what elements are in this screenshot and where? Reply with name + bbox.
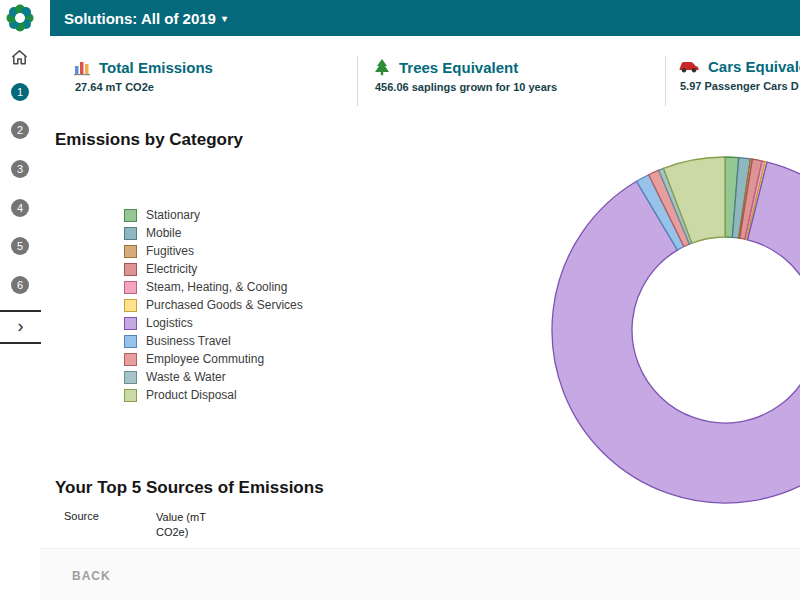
top-bar: Solutions: All of 2019 ▾ — [50, 0, 800, 36]
legend-item-stationary: Stationary — [124, 206, 303, 224]
solutions-dropdown[interactable]: Solutions: All of 2019 ▾ — [64, 10, 227, 27]
legend-swatch — [124, 227, 137, 240]
legend-item-employee-commuting: Employee Commuting — [124, 350, 303, 368]
stat-title: Trees Equivalent — [399, 59, 518, 76]
legend-item-electricity: Electricity — [124, 260, 303, 278]
app-logo-icon — [6, 4, 34, 32]
stat-value: 5.97 Passenger Cars D — [678, 80, 800, 92]
stat-card-total-emissions: Total Emissions27.64 mT CO2e — [73, 58, 213, 93]
legend-item-steam-heating-cooling: Steam, Heating, & Cooling — [124, 278, 303, 296]
legend-item-purchased-goods-services: Purchased Goods & Services — [124, 296, 303, 314]
legend-swatch — [124, 263, 137, 276]
legend-item-waste-water: Waste & Water — [124, 368, 303, 386]
tree-icon — [373, 58, 391, 76]
stats-divider — [357, 56, 358, 106]
section-title-top5-sources: Your Top 5 Sources of Emissions — [55, 478, 324, 498]
top5-table-header: SourceValue (mT CO2e) — [64, 510, 222, 540]
home-icon — [10, 48, 29, 66]
stat-card-header: Total Emissions — [73, 58, 213, 76]
app-logo[interactable] — [0, 0, 50, 36]
legend-item-mobile: Mobile — [124, 224, 303, 242]
legend-label: Electricity — [146, 262, 197, 276]
legend-label: Business Travel — [146, 334, 231, 348]
legend-label: Waste & Water — [146, 370, 226, 384]
legend-label: Logistics — [146, 316, 193, 330]
section-title-emissions-by-category: Emissions by Category — [55, 130, 243, 150]
stat-card-trees-equivalent: Trees Equivalent456.06 saplings grown fo… — [373, 58, 557, 93]
step-indicator-5[interactable]: 5 — [11, 237, 29, 255]
app-root: { "header": { "title": "Solutions: All o… — [0, 0, 800, 600]
legend-item-fugitives: Fugitives — [124, 242, 303, 260]
legend-label: Steam, Heating, & Cooling — [146, 280, 287, 294]
back-button[interactable]: BACK — [66, 568, 117, 584]
footer-bar: BACK — [40, 548, 800, 600]
stats-divider — [665, 56, 666, 106]
step-indicator-6[interactable]: 6 — [11, 276, 29, 294]
column-header-source: Source — [64, 510, 156, 540]
legend-swatch — [124, 209, 137, 222]
stats-row: Total Emissions27.64 mT CO2eTrees Equiva… — [40, 50, 800, 120]
step-indicator-3[interactable]: 3 — [11, 160, 29, 178]
legend-item-product-disposal: Product Disposal — [124, 386, 303, 404]
stat-card-cars-equivalent: Cars Equivalent5.97 Passenger Cars D — [678, 58, 800, 92]
legend-swatch — [124, 245, 137, 258]
solutions-dropdown-label: Solutions: All of 2019 — [64, 10, 216, 27]
legend-label: Purchased Goods & Services — [146, 298, 303, 312]
legend-label: Product Disposal — [146, 388, 237, 402]
emissions-donut-chart — [543, 148, 800, 512]
legend-label: Fugitives — [146, 244, 194, 258]
stat-card-header: Cars Equivalent — [678, 58, 800, 75]
legend-swatch — [124, 317, 137, 330]
legend-label: Stationary — [146, 208, 200, 222]
stat-title: Cars Equivalent — [708, 58, 800, 75]
legend-swatch — [124, 353, 137, 366]
stat-card-header: Trees Equivalent — [373, 58, 557, 76]
legend-label: Employee Commuting — [146, 352, 264, 366]
legend-label: Mobile — [146, 226, 181, 240]
bar-chart-icon — [73, 58, 91, 76]
chevron-right-icon: › — [18, 317, 24, 335]
chevron-down-icon: ▾ — [222, 13, 227, 24]
legend-swatch — [124, 281, 137, 294]
sidebar-expand-button[interactable]: › — [0, 310, 41, 344]
step-indicator-2[interactable]: 2 — [11, 121, 29, 139]
legend-swatch — [124, 335, 137, 348]
step-sidebar: 123456 › — [0, 36, 40, 600]
legend-swatch — [124, 299, 137, 312]
stat-title: Total Emissions — [99, 59, 213, 76]
stat-value: 27.64 mT CO2e — [73, 81, 213, 93]
legend-item-business-travel: Business Travel — [124, 332, 303, 350]
step-indicator-1[interactable]: 1 — [11, 83, 29, 101]
home-button[interactable] — [10, 48, 29, 70]
chart-legend: StationaryMobileFugitivesElectricityStea… — [124, 206, 303, 404]
stat-value: 456.06 saplings grown for 10 years — [373, 81, 557, 93]
step-indicator-4[interactable]: 4 — [11, 199, 29, 217]
legend-item-logistics: Logistics — [124, 314, 303, 332]
legend-swatch — [124, 389, 137, 402]
column-header-value-mt-co2e: Value (mT CO2e) — [156, 510, 222, 540]
legend-swatch — [124, 371, 137, 384]
car-icon — [678, 59, 700, 74]
